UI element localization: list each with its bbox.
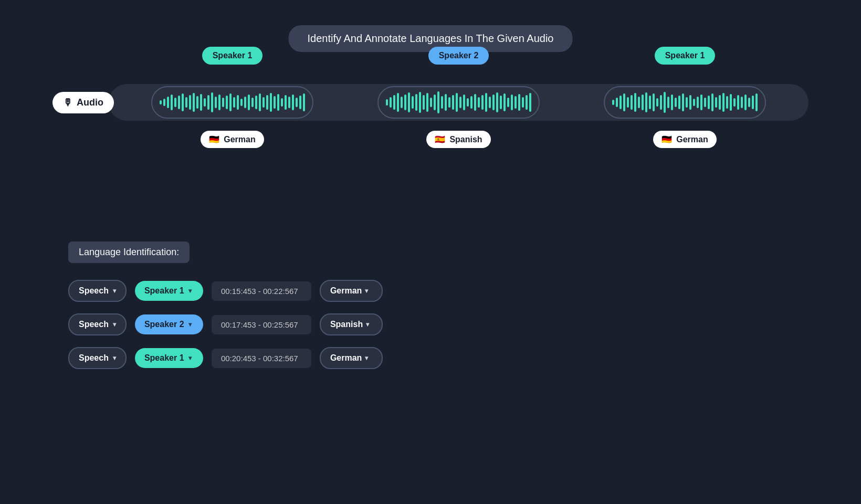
language-badge-seg2: 🇪🇸Spanish <box>426 131 490 148</box>
speaker-dropdown-0[interactable]: Speaker 1▾ <box>135 281 203 301</box>
time-range-2: 00:20:453 - 00:32:567 <box>212 349 311 368</box>
lang-id-section: Language Identification: Speech▾Speaker … <box>68 242 383 381</box>
mic-icon: 🎙 <box>63 97 72 108</box>
chevron-icon: ▾ <box>365 287 368 295</box>
chevron-icon: ▾ <box>188 287 192 295</box>
language-dropdown-0[interactable]: German▾ <box>320 280 383 302</box>
chevron-icon: ▾ <box>366 321 369 328</box>
speech-dropdown-0[interactable]: Speech▾ <box>68 280 127 302</box>
speaker-label: Speaker 1 <box>144 353 184 363</box>
speaker-label-1: Speaker 2 <box>428 47 489 65</box>
segment-seg2: Speaker 2🇪🇸Spanish <box>377 86 540 119</box>
language-dropdown-1[interactable]: Spanish▾ <box>320 313 383 335</box>
language-value: Spanish <box>330 320 363 329</box>
waveform-seg1 <box>151 86 313 119</box>
speech-label: Speech <box>79 353 109 363</box>
waveform-container: Speaker 1🇩🇪GermanSpeaker 2🇪🇸SpanishSpeak… <box>109 84 808 121</box>
lang-id-title: Language Identification: <box>68 242 190 263</box>
speaker-label: Speaker 2 <box>144 320 184 329</box>
language-badge-seg1: 🇩🇪German <box>201 131 264 148</box>
language-dropdown-2[interactable]: German▾ <box>320 347 383 369</box>
flag-icon: 🇩🇪 <box>662 134 672 144</box>
chevron-icon: ▾ <box>188 354 192 362</box>
speech-label: Speech <box>79 320 109 329</box>
language-name: Spanish <box>449 135 482 144</box>
segment-seg1: Speaker 1🇩🇪German <box>151 86 313 119</box>
time-range-0: 00:15:453 - 00:22:567 <box>212 281 311 301</box>
speech-dropdown-2[interactable]: Speech▾ <box>68 347 127 369</box>
speech-dropdown-1[interactable]: Speech▾ <box>68 313 127 335</box>
segments-wrapper: Speaker 1🇩🇪GermanSpeaker 2🇪🇸SpanishSpeak… <box>119 84 798 121</box>
language-badge-seg3: 🇩🇪German <box>653 131 716 148</box>
flag-icon: 🇪🇸 <box>435 134 445 144</box>
speaker-label-0: Speaker 1 <box>202 47 263 65</box>
language-value: German <box>330 286 362 296</box>
identification-row-0: Speech▾Speaker 1▾00:15:453 - 00:22:567Ge… <box>68 280 383 302</box>
chevron-icon: ▾ <box>188 321 192 328</box>
speech-label: Speech <box>79 286 109 296</box>
page-title: Identify And Annotate Languages In The G… <box>289 25 573 52</box>
language-name: German <box>224 135 255 144</box>
waveform-seg2 <box>377 86 540 119</box>
language-name: German <box>676 135 708 144</box>
identification-row-1: Speech▾Speaker 2▾00:17:453 - 00:25:567Sp… <box>68 313 383 335</box>
waveform-seg3 <box>604 86 766 119</box>
chevron-icon: ▾ <box>113 321 116 328</box>
audio-section: 🎙 Audio Speaker 1🇩🇪GermanSpeaker 2🇪🇸Span… <box>52 84 808 121</box>
audio-label: 🎙 Audio <box>52 92 114 113</box>
segment-seg3: Speaker 1🇩🇪German <box>604 86 766 119</box>
speaker-label-2: Speaker 1 <box>655 47 716 65</box>
audio-label-text: Audio <box>77 97 103 108</box>
speaker-label: Speaker 1 <box>144 286 184 296</box>
chevron-icon: ▾ <box>113 354 116 362</box>
speaker-dropdown-1[interactable]: Speaker 2▾ <box>135 314 203 334</box>
flag-icon: 🇩🇪 <box>209 134 219 144</box>
chevron-icon: ▾ <box>365 354 368 362</box>
chevron-icon: ▾ <box>113 287 116 295</box>
identification-row-2: Speech▾Speaker 1▾00:20:453 - 00:32:567Ge… <box>68 347 383 369</box>
language-value: German <box>330 353 362 363</box>
speaker-dropdown-2[interactable]: Speaker 1▾ <box>135 348 203 368</box>
time-range-1: 00:17:453 - 00:25:567 <box>212 315 311 334</box>
